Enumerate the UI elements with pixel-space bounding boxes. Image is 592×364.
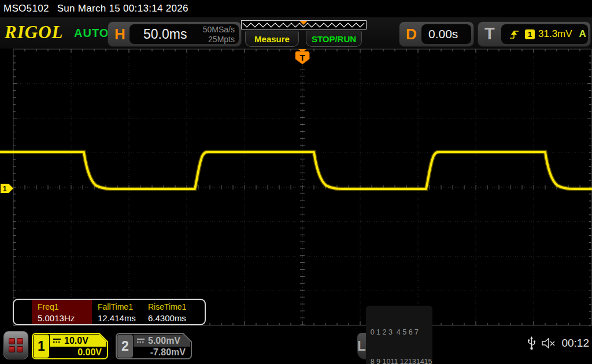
measurement-spacer xyxy=(14,300,32,324)
dc-coupling-icon xyxy=(53,337,61,344)
usb-icon xyxy=(527,336,536,350)
acquisition-mode-indicator: AUTO xyxy=(74,27,109,40)
sample-rate: 50MSa/s xyxy=(203,25,235,35)
channel2-badge[interactable]: 2 5.00mV -7.80mV xyxy=(116,333,192,359)
channel1-scale: 10.0V xyxy=(64,336,88,346)
logic-channels-badge[interactable]: L 0 1 2 3 4 5 6 7 8 9 1011 12131415 xyxy=(357,333,432,359)
sample-rate-stack: 50MSa/s 25Mpts xyxy=(203,25,235,44)
windows-menu-button[interactable] xyxy=(3,331,28,359)
trigger-block[interactable]: T 1 31.3mV A xyxy=(478,21,591,47)
channel2-offset: -7.80mV xyxy=(134,347,191,358)
waveform-overview-strip[interactable] xyxy=(241,20,367,29)
delay-value: 0.00s xyxy=(428,27,458,41)
measurement-panel: Freq1 5.0013Hz FallTime1 12.414ms RiseTi… xyxy=(13,299,206,325)
horizontal-label: H xyxy=(114,25,125,43)
waveform-display-area: T1 xyxy=(0,49,592,327)
measurement-value: 12.414ms xyxy=(98,313,142,323)
channel2-scale: 5.00mV xyxy=(148,336,180,346)
measurement-item-falltime1[interactable]: FallTime1 12.414ms xyxy=(92,300,142,324)
measurement-item-freq1[interactable]: Freq1 5.0013Hz xyxy=(32,300,92,324)
header-bar: RIGOL AUTO H 50.0ms 50MSa/s 25Mpts Measu… xyxy=(0,17,592,49)
trigger-level: 31.3mV xyxy=(538,28,572,40)
channel1-offset: 0.00V xyxy=(50,347,107,358)
measurement-item-risetime1[interactable]: RiseTime1 6.4300ms xyxy=(142,300,200,324)
top-info-bar: MSO5102 Sun March 15 00:13:14 2026 xyxy=(0,0,592,17)
windows-icon xyxy=(9,338,23,352)
trigger-source-badge: 1 xyxy=(525,29,535,39)
logic-row1: 0 1 2 3 4 5 6 7 xyxy=(371,328,432,337)
bottom-bar: 1 10.0V 0.00V 2 xyxy=(0,328,592,364)
delay-label: D xyxy=(406,25,417,43)
trigger-inset: 1 31.3mV A xyxy=(501,24,588,44)
channel1-badge[interactable]: 1 10.0V 0.00V xyxy=(32,333,108,359)
trigger-sweep-mode: A xyxy=(579,28,586,40)
trigger-position-marker[interactable]: T xyxy=(295,49,309,64)
status-group: 00:12 xyxy=(527,336,589,350)
svg-text:1: 1 xyxy=(2,184,6,193)
horizontal-inset: 50.0ms 50MSa/s 25Mpts xyxy=(130,24,239,44)
clock: 00:12 xyxy=(561,337,589,350)
logic-row2: 8 9 1011 12131415 xyxy=(371,357,432,364)
stop-run-button[interactable]: STOP/RUN xyxy=(306,31,362,47)
measurement-label: RiseTime1 xyxy=(148,302,200,311)
memory-depth: 25Mpts xyxy=(203,35,235,44)
measurement-value: 5.0013Hz xyxy=(38,313,92,323)
measurement-label: FallTime1 xyxy=(98,302,142,311)
datetime: Sun March 15 00:13:14 2026 xyxy=(57,3,188,14)
oscilloscope-screen: MSO5102 Sun March 15 00:13:14 2026 RIGOL… xyxy=(0,0,592,364)
logic-label: L xyxy=(357,338,366,354)
trigger-slope-icon xyxy=(509,29,520,39)
ch1-trace xyxy=(0,152,592,189)
horizontal-settings-block[interactable]: H 50.0ms 50MSa/s 25Mpts xyxy=(108,21,242,47)
ch1-ground-marker[interactable]: 1 xyxy=(1,184,13,193)
measurement-label: Freq1 xyxy=(38,302,92,311)
measurement-value: 6.4300ms xyxy=(148,313,200,323)
channel2-number: 2 xyxy=(117,335,133,358)
timebase-value: 50.0ms xyxy=(143,27,187,42)
delay-block[interactable]: D 0.00s xyxy=(399,21,474,47)
svg-text:T: T xyxy=(299,53,305,62)
speaker-muted-icon[interactable] xyxy=(541,337,556,350)
channel1-number: 1 xyxy=(34,335,49,358)
delay-inset: 0.00s xyxy=(421,24,471,44)
model-name: MSO5102 xyxy=(3,3,49,14)
logic-channel-list: 0 1 2 3 4 5 6 7 8 9 1011 12131415 xyxy=(366,306,432,364)
rigol-logo: RIGOL xyxy=(5,22,63,43)
measure-button[interactable]: Measure xyxy=(245,31,299,47)
dc-coupling-icon xyxy=(136,337,145,344)
trigger-label: T xyxy=(484,24,495,43)
